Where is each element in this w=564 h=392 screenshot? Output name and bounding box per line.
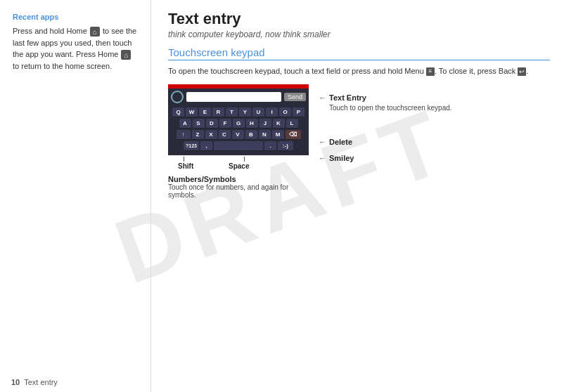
annotation-smiley: ← Smiley (319, 153, 452, 164)
key-d[interactable]: D (206, 119, 218, 129)
key-w[interactable]: W (186, 107, 198, 117)
key-g[interactable]: G (233, 119, 245, 129)
key-p[interactable]: P (293, 107, 305, 117)
key-a[interactable]: A (179, 119, 191, 129)
smiley-arrow: ← (319, 154, 326, 162)
kb-row-1: Q W E R T Y U I O P (170, 107, 307, 117)
section-text: To open the touchscreen keypad, touch a … (168, 65, 550, 77)
annotation-text-entry: ← Text Entry Touch to open the touchscre… (319, 93, 452, 113)
left-column: Recent apps Press and hold Home to see t… (0, 0, 151, 392)
key-period[interactable]: . (264, 141, 276, 151)
annotation-delete-block: Delete (329, 137, 352, 148)
annotation-text-entry-title: Text Entry (329, 93, 452, 103)
key-comma[interactable]: , (200, 141, 212, 151)
space-pointer (244, 157, 245, 162)
key-z[interactable]: Z (192, 130, 204, 140)
key-h[interactable]: H (246, 119, 258, 129)
annotation-spacer-1 (319, 119, 452, 137)
kb-address-bar[interactable] (186, 92, 281, 102)
section-title: Touchscreen keypad (168, 46, 550, 60)
delete-arrow: ← (319, 138, 326, 146)
kb-body: Q W E R T Y U I O P A S (168, 105, 309, 155)
page-layout: Recent apps Press and hold Home to see t… (0, 0, 564, 392)
keyboard-mockup: Send Q W E R T Y U I O P (168, 84, 309, 199)
keyboard-area: Send Q W E R T Y U I O P (168, 84, 550, 199)
home-icon-2 (121, 50, 131, 60)
kb-send-button[interactable]: Send (284, 93, 306, 101)
home-icon-1 (90, 27, 100, 37)
key-numbers[interactable]: ?123 (184, 141, 199, 151)
kb-annotations: ← Text Entry Touch to open the touchscre… (319, 84, 452, 199)
numbers-symbols-text: Touch once for numbers, and again for sy… (168, 183, 309, 199)
numbers-symbols-title: Numbers/Symbols (168, 175, 309, 183)
kb-row-3: ↑ Z X C V B N M ⌫ (170, 130, 307, 140)
recent-apps-title: Recent apps (13, 13, 139, 21)
right-column: Text entry think computer keyboard, now … (151, 0, 564, 392)
key-b[interactable]: B (245, 130, 257, 140)
key-smiley[interactable]: :-) (278, 141, 293, 151)
annotation-delete: ← Delete (319, 137, 452, 148)
key-j[interactable]: J (259, 119, 271, 129)
key-e[interactable]: E (199, 107, 211, 117)
recent-apps-text: Press and hold Home to see the last few … (13, 25, 139, 72)
back-icon: ↩ (518, 67, 526, 76)
kb-address-row: Send (168, 89, 309, 105)
text-entry-arrow: ← (319, 93, 326, 102)
kb-circle (171, 91, 184, 103)
key-delete[interactable]: ⌫ (286, 130, 301, 140)
key-i[interactable]: I (266, 107, 278, 117)
key-o[interactable]: O (279, 107, 291, 117)
key-n[interactable]: N (259, 130, 271, 140)
annotation-smiley-block: Smiley (329, 153, 354, 164)
key-y[interactable]: Y (239, 107, 251, 117)
annotation-delete-title: Delete (329, 137, 352, 148)
menu-icon: ≡ (426, 67, 435, 76)
key-q[interactable]: Q (172, 107, 184, 117)
key-l[interactable]: L (286, 119, 298, 129)
annotation-text-entry-block: Text Entry Touch to open the touchscreen… (329, 93, 452, 113)
key-x[interactable]: X (205, 130, 217, 140)
kb-row-2: A S D F G H J K L (170, 119, 307, 129)
key-shift[interactable]: ↑ (177, 130, 191, 140)
key-s[interactable]: S (193, 119, 205, 129)
key-u[interactable]: U (252, 107, 264, 117)
key-t[interactable]: T (226, 107, 238, 117)
kb-row-4: ?123 , . :-) (170, 141, 307, 151)
kb-bottom-labels: Shift Space (168, 157, 309, 172)
space-label: Space (229, 162, 249, 170)
key-k[interactable]: K (273, 119, 285, 129)
shift-label: Shift (178, 162, 193, 170)
key-c[interactable]: C (219, 130, 231, 140)
page-main-title: Text entry (168, 10, 550, 28)
shift-pointer (184, 157, 184, 162)
numbers-symbols-section: Numbers/Symbols Touch once for numbers, … (168, 175, 309, 199)
annotation-smiley-title: Smiley (329, 153, 354, 164)
key-space[interactable] (214, 141, 263, 151)
page-subtitle: think computer keyboard, now think small… (168, 30, 550, 39)
key-r[interactable]: R (212, 107, 224, 117)
annotation-text-entry-desc: Touch to open the touchscreen keypad. (329, 103, 452, 113)
key-m[interactable]: M (272, 130, 284, 140)
key-v[interactable]: V (232, 130, 244, 140)
key-f[interactable]: F (219, 119, 231, 129)
